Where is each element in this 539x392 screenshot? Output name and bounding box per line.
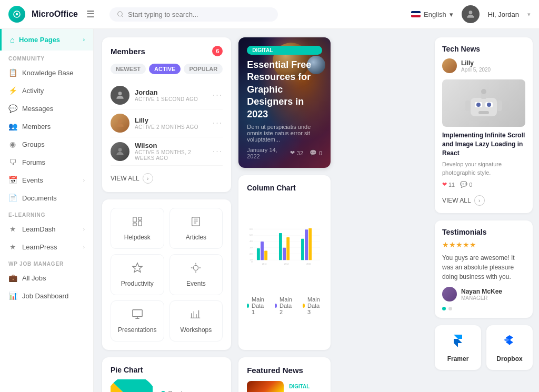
legend-dot-2 <box>275 304 277 308</box>
search-input[interactable] <box>128 11 271 18</box>
tn-comments: 💬 0 <box>460 181 472 188</box>
quick-link-events[interactable]: Events <box>169 254 223 295</box>
sidebar-item-learndash[interactable]: ★LearnDash› <box>0 220 93 238</box>
sidebar-item-documents[interactable]: 📄Documents <box>0 189 93 207</box>
framer-label: Framer <box>447 355 469 363</box>
tn-article-title: Implementing Infinite Scroll and Image L… <box>442 131 525 157</box>
search-bar <box>109 7 278 22</box>
chart-title: Column Chart <box>247 184 322 192</box>
testimonials-author-name: Nayan McKee <box>461 288 502 295</box>
language-selector[interactable]: English ▾ <box>411 11 453 18</box>
view-all-label: VIEW ALL <box>442 197 471 204</box>
tn-date: April 5, 2020 <box>461 67 491 73</box>
sidebar-label: Documents <box>22 194 57 202</box>
svg-rect-62 <box>497 100 502 111</box>
framer-icon <box>451 333 465 351</box>
column-chart-card: Column Chart 6.0 5.0 4.0 3.0 2.0 1.0 <box>238 175 331 350</box>
filter-tab-popular[interactable]: POPULAR <box>184 64 223 74</box>
svg-rect-46 <box>309 228 312 260</box>
dot-active[interactable] <box>442 307 446 310</box>
svg-point-5 <box>118 119 122 123</box>
filter-tab-newest[interactable]: NEWEST <box>111 64 146 74</box>
legend-item-1: Main Data 1 <box>247 296 266 315</box>
forums-icon: 🗨 <box>8 158 17 166</box>
quick-link-presentations[interactable]: Presentations <box>111 300 164 341</box>
sidebar-item-home[interactable]: ⌂ Home Pages › <box>0 29 93 51</box>
avatar <box>111 142 129 161</box>
tech-news-view-all-button[interactable]: VIEW ALL › <box>442 195 525 206</box>
right-panel: Tech News Lilly April 5, 2020 <box>428 29 539 392</box>
member-options-button[interactable]: ··· <box>213 118 223 128</box>
chevron-right-icon: › <box>83 244 85 250</box>
quick-link-workshops[interactable]: Workshops <box>169 300 223 341</box>
events-quick-icon <box>190 262 202 277</box>
dot-inactive[interactable] <box>448 307 452 310</box>
testimonials-avatar <box>442 287 457 301</box>
user-chevron-icon: ▾ <box>527 11 531 18</box>
learndash-icon: ★ <box>8 225 17 233</box>
sidebar-item-forums[interactable]: 🗨Forums <box>0 153 93 171</box>
sidebar-section-wpjob: WP JOB MANAGER <box>0 256 93 269</box>
sidebar-item-knowledge-base[interactable]: 📋Knowledge Base <box>0 64 93 82</box>
sidebar-label: Job Dashboard <box>22 292 68 300</box>
productivity-label: Productivity <box>121 280 154 287</box>
pie-legend-great: Great <box>161 390 183 392</box>
members-icon: 👥 <box>8 122 17 130</box>
sidebar-item-all-jobs[interactable]: 💼All Jobs <box>0 269 93 287</box>
integration-dropbox[interactable]: Dropbox <box>486 325 533 370</box>
helpdesk-label: Helpdesk <box>124 234 151 241</box>
sidebar-label: Members <box>22 123 51 130</box>
svg-point-55 <box>476 103 481 107</box>
quick-link-productivity[interactable]: Productivity <box>111 254 164 295</box>
integration-framer[interactable]: Framer <box>435 325 481 370</box>
svg-point-1 <box>16 13 18 16</box>
svg-point-63 <box>509 344 511 345</box>
tn-avatar <box>442 58 457 73</box>
tn-comments-count: 0 <box>469 182 472 188</box>
sidebar: ⌂ Home Pages › COMMUNITY 📋Knowledge Base… <box>0 29 94 392</box>
sidebar-item-learnpress[interactable]: ★LearnPress› <box>0 238 93 256</box>
sidebar-item-groups[interactable]: ◉Groups <box>0 135 93 153</box>
sidebar-item-activity[interactable]: ⚡Activity <box>0 82 93 99</box>
chevron-right-icon: › <box>83 177 85 183</box>
messages-icon: 💬 <box>8 104 17 113</box>
productivity-icon <box>132 262 143 277</box>
svg-text:2014: 2014 <box>284 263 288 265</box>
dropbox-label: Dropbox <box>496 355 522 363</box>
sidebar-item-job-dashboard[interactable]: 📊Job Dashboard <box>0 287 93 305</box>
groups-icon: ◉ <box>8 140 17 148</box>
featured-news-card: Featured News DIGITAL January 14, 2022 M… <box>238 357 331 392</box>
view-all-icon: › <box>143 173 153 184</box>
pie-chart-card: Pie Chart Great Fine <box>102 357 231 392</box>
main-content: Members 6 NEWEST ACTIVE POPULAR Jordan A… <box>94 29 428 392</box>
list-item: Jordan ACTIVE 1 SECOND AGO ··· <box>111 82 223 109</box>
quick-link-articles[interactable]: Articles <box>169 208 223 249</box>
svg-point-13 <box>194 265 198 270</box>
svg-rect-41 <box>279 233 282 260</box>
quick-link-helpdesk[interactable]: Helpdesk <box>111 208 164 249</box>
testimonials-title: Testimonials <box>442 228 525 236</box>
tn-likes-row: ❤ 11 💬 0 <box>442 181 525 188</box>
sidebar-label: Events <box>22 176 43 184</box>
svg-rect-37 <box>257 248 260 260</box>
sidebar-label: Activity <box>22 87 44 95</box>
user-greeting[interactable]: Hi, Jordan <box>488 11 519 18</box>
member-status: ACTIVE 2 MONTHS AGO <box>135 124 207 130</box>
svg-rect-9 <box>138 217 142 220</box>
svg-text:6.0: 6.0 <box>249 228 252 230</box>
filter-tab-active[interactable]: ACTIVE <box>149 64 181 74</box>
hamburger-icon[interactable]: ☰ <box>86 8 95 20</box>
sidebar-item-messages[interactable]: 💬Messages <box>0 99 93 117</box>
sidebar-section-elearning: E-LEARNING <box>0 207 93 220</box>
fn-tag: DIGITAL <box>289 384 310 389</box>
tn-likes: ❤ 11 <box>442 181 455 188</box>
sidebar-item-members[interactable]: 👥Members <box>0 117 93 135</box>
sidebar-item-events[interactable]: 📅Events› <box>0 171 93 189</box>
knowledge-base-icon: 📋 <box>8 68 17 77</box>
member-options-button[interactable]: ··· <box>213 91 223 100</box>
legend-label-2: Main Data 2 <box>280 296 294 315</box>
tn-author-name: Lilly <box>461 59 491 67</box>
member-options-button[interactable]: ··· <box>213 147 223 156</box>
view-all-button[interactable]: VIEW ALL › <box>111 173 223 184</box>
svg-text:0: 0 <box>252 261 253 263</box>
